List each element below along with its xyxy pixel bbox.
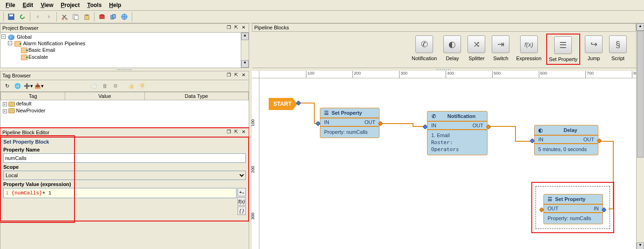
col-tag[interactable]: Tag <box>1 92 65 100</box>
palette: ✆ Notification ◐ Delay ⤨ Splitter ⇥ Swit… <box>252 32 636 68</box>
menubar: File Edit View Project Tools Help <box>0 0 644 11</box>
pal-jump[interactable]: ↪ Jump <box>585 35 603 63</box>
start-block[interactable]: START <box>269 98 297 110</box>
menu-edit[interactable]: Edit <box>19 1 37 9</box>
pal-expression[interactable]: f(x) Expression <box>516 35 541 63</box>
svg-point-3 <box>66 18 68 20</box>
tree-folder[interactable]: Alarm Notification Pipelines <box>23 41 85 46</box>
pal-script[interactable]: § Script <box>609 35 627 63</box>
tree-toggle[interactable]: − <box>8 41 12 45</box>
tag-browser-header: Tag Browser ❐ ⇱ ✕ <box>0 71 249 80</box>
list-icon: ☰ <box>547 196 553 202</box>
tag-table[interactable]: Tag Value Data Type +default +NewProvide… <box>0 92 249 127</box>
port-out: OUT <box>583 137 594 142</box>
col-value[interactable]: Value <box>65 92 144 100</box>
block-title: Set Property <box>332 110 362 116</box>
tag-history-icon[interactable]: 🕐 <box>89 81 99 90</box>
canvas[interactable]: START ☰Set Property INOUT Property: numC… <box>259 78 636 249</box>
folder-icon <box>8 108 15 113</box>
editor-subtitle: Set Property Block <box>3 138 246 145</box>
redo-icon[interactable] <box>44 12 54 22</box>
block-set-property-2[interactable]: ☰Set Property OUTIN Property: numCalls <box>543 194 603 224</box>
tag-edit-icon[interactable]: 🗑 <box>100 81 109 90</box>
tag-row[interactable]: NewProvider <box>16 108 46 113</box>
tree-root[interactable]: Global <box>17 34 32 40</box>
expr-label: Property Value (expression) <box>3 180 246 188</box>
undo-icon[interactable] <box>33 12 43 22</box>
expr-brace-icon[interactable]: { } <box>237 207 246 215</box>
project-browser-tree[interactable]: − Global − Alarm Notification Pipelines … <box>0 33 249 68</box>
pal-label: Notification <box>412 55 437 61</box>
pipeline-blocks-title: Pipeline Blocks <box>254 25 634 30</box>
vscrollbar[interactable]: ▲ ▼ <box>636 23 644 249</box>
pal-notification[interactable]: ✆ Notification <box>412 35 437 63</box>
globe-icon[interactable] <box>119 12 129 22</box>
port-out: OUT <box>365 119 375 125</box>
restore-icon[interactable]: ❐ <box>225 129 232 136</box>
clock-icon: ◐ <box>537 127 544 133</box>
pal-set-property[interactable]: ☰ Set Property <box>548 35 578 63</box>
prop-name-input[interactable] <box>3 153 246 163</box>
pal-label: Script <box>611 55 624 61</box>
pal-splitter[interactable]: ⤨ Splitter <box>468 35 485 63</box>
restore-icon[interactable]: ❐ <box>225 25 232 31</box>
block-title: Set Property <box>555 196 585 202</box>
menu-project[interactable]: Project <box>57 1 84 9</box>
tags-icon[interactable] <box>108 12 118 22</box>
block-notification[interactable]: ✆Notification INOUT 1. Email Roster: Ope… <box>427 111 488 155</box>
thumb-down-icon[interactable]: 👎 <box>137 81 147 90</box>
col-datatype[interactable]: Data Type <box>144 92 248 100</box>
block-body: 5 minutes, 0 seconds <box>538 146 594 153</box>
refresh-icon[interactable] <box>17 12 27 22</box>
pal-label: Delay <box>446 55 459 61</box>
close-icon[interactable]: ✕ <box>240 25 247 31</box>
tree-toggle[interactable]: − <box>1 35 6 39</box>
db-icon[interactable] <box>97 12 107 22</box>
pin-icon[interactable]: ⇱ <box>233 25 239 31</box>
block-body-line: Roster: Operators <box>431 139 483 153</box>
pal-label: Splitter <box>468 55 484 61</box>
menu-help[interactable]: Help <box>105 1 125 9</box>
opc-icon[interactable]: 🌐 <box>13 81 22 90</box>
scope-select[interactable]: Local <box>3 171 246 180</box>
script-icon: § <box>609 35 627 53</box>
menu-file[interactable]: File <box>2 1 19 9</box>
tree-item[interactable]: Escalate <box>28 54 48 60</box>
expr-op-icon[interactable]: +₌ <box>237 188 246 196</box>
port-in: IN <box>431 123 436 128</box>
pin-icon[interactable]: ⇱ <box>233 129 239 136</box>
cut-icon[interactable] <box>59 12 69 22</box>
pin-icon[interactable]: ⇱ <box>233 72 239 79</box>
pal-switch[interactable]: ⇥ Switch <box>492 35 509 63</box>
project-browser-header: Project Browser ❐ ⇱ ✕ <box>0 24 249 33</box>
refresh-icon[interactable]: ↻ <box>2 81 12 90</box>
expr-line-num: 1 <box>6 190 9 196</box>
thumb-up-icon[interactable]: 👍 <box>127 81 136 90</box>
expr-input[interactable]: 1 {numCalls} + 1 <box>3 188 237 198</box>
copy-icon[interactable] <box>70 12 81 22</box>
tag-row[interactable]: default <box>16 101 32 106</box>
pipeline-icon <box>21 48 27 53</box>
block-body: Property: numCalls <box>324 129 375 136</box>
close-icon[interactable]: ✕ <box>240 129 247 136</box>
tree-item[interactable]: Basic Email <box>28 47 55 53</box>
import-icon[interactable]: 📥▾ <box>34 81 44 90</box>
block-set-property-1[interactable]: ☰Set Property INOUT Property: numCalls <box>320 108 380 138</box>
block-title: Delay <box>563 127 577 133</box>
svg-rect-1 <box>9 14 13 16</box>
block-delay[interactable]: ◐Delay INOUT 5 minutes, 0 seconds <box>534 125 598 155</box>
expr-fx-icon[interactable]: f(x) <box>237 197 246 206</box>
menu-tools[interactable]: Tools <box>83 1 105 9</box>
close-icon[interactable]: ✕ <box>240 72 247 79</box>
pipeline-folder-icon <box>14 41 21 47</box>
paste-icon[interactable] <box>81 12 92 22</box>
port-in: IN <box>594 206 599 211</box>
pal-delay[interactable]: ◐ Delay <box>443 35 461 63</box>
restore-icon[interactable]: ❐ <box>225 72 232 79</box>
tag-config-icon[interactable]: ⚙ <box>111 81 120 90</box>
menu-view[interactable]: View <box>37 1 57 9</box>
svg-rect-9 <box>100 15 104 19</box>
add-tag-icon[interactable]: ➕▾ <box>24 81 33 90</box>
expression-icon: f(x) <box>520 35 538 53</box>
save-icon[interactable] <box>6 12 16 22</box>
